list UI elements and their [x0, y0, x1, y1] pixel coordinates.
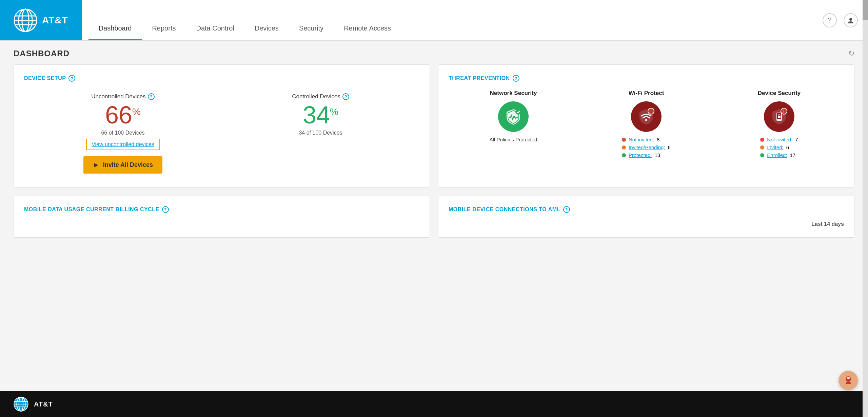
wifi-protect-icon: ! — [631, 101, 662, 132]
mobile-data-usage-card: MOBILE DATA USAGE CURRENT BILLING CYCLE … — [14, 196, 430, 238]
uncontrolled-help-icon[interactable]: ? — [148, 93, 155, 100]
network-security-title: Network Security — [490, 90, 537, 97]
footer: AT&T — [0, 391, 868, 417]
mobile-connections-card: MOBILE DEVICE CONNECTIONS TO AML ? Last … — [438, 196, 854, 238]
device-invited-link[interactable]: Invited: — [767, 144, 783, 150]
tab-data-control[interactable]: Data Control — [186, 0, 244, 40]
nav-tabs-container: Dashboard Reports Data Control Devices S… — [82, 0, 812, 40]
mobile-data-title: MOBILE DATA USAGE CURRENT BILLING CYCLE … — [24, 206, 419, 213]
device-not-invited-dot — [760, 138, 764, 142]
user-icon — [847, 17, 854, 24]
att-logo: AT&T — [14, 8, 68, 32]
wifi-not-invited-count: 8 — [657, 137, 659, 142]
wifi-protect-title: Wi-Fi Protect — [629, 90, 664, 97]
brand-area: AT&T — [0, 0, 82, 40]
wifi-protected-link[interactable]: Protected: — [629, 152, 652, 158]
device-security-svg: ! — [770, 107, 789, 126]
mobile-connections-title: MOBILE DEVICE CONNECTIONS TO AML ? — [449, 206, 844, 213]
network-security-svg — [504, 107, 523, 126]
wifi-pending-row: Invited/Pending: 6 — [622, 144, 671, 150]
device-security-title: Device Security — [758, 90, 801, 97]
tab-reports[interactable]: Reports — [142, 0, 186, 40]
controlled-help-icon[interactable]: ? — [342, 93, 349, 100]
uncontrolled-percent: 66% — [105, 103, 141, 127]
header: AT&T Dashboard Reports Data Control Devi… — [0, 0, 868, 41]
view-uncontrolled-link[interactable]: View uncontrolled devices — [86, 139, 160, 150]
device-setup-help-icon[interactable]: ? — [68, 75, 75, 82]
controlled-percent: 34% — [303, 103, 338, 127]
footer-att-logo-icon — [14, 397, 28, 412]
device-setup-content: Uncontrolled Devices ? 66% 66 of 100 Dev… — [24, 90, 419, 177]
device-invited-dot — [760, 145, 764, 150]
chat-bubble-button[interactable] — [839, 371, 858, 390]
uncontrolled-label: Uncontrolled Devices ? — [91, 93, 155, 100]
tab-devices[interactable]: Devices — [244, 0, 289, 40]
svg-point-10 — [515, 109, 521, 115]
svg-text:!: ! — [650, 109, 652, 114]
wifi-protect-stats: Not invited: 8 Invited/Pending: 6 Protec… — [622, 137, 671, 158]
refresh-button[interactable]: ↻ — [848, 49, 854, 58]
scrollbar-thumb[interactable] — [863, 0, 868, 20]
wifi-protect-col: Wi-Fi Protect ! — [581, 90, 711, 158]
device-enrolled-row: Enrolled: 17 — [760, 152, 795, 158]
svg-point-21 — [847, 377, 850, 379]
wifi-pending-dot — [622, 145, 626, 150]
svg-rect-17 — [778, 116, 781, 118]
network-security-status: All Policies Protected — [490, 137, 537, 142]
main-content: DEVICE SETUP ? Uncontrolled Devices ? 66… — [0, 64, 868, 251]
device-setup-title: DEVICE SETUP ? — [24, 75, 419, 82]
user-button[interactable] — [844, 13, 858, 27]
tab-security[interactable]: Security — [289, 0, 334, 40]
threat-prevention-title: THREAT PREVENTION ? — [449, 75, 844, 82]
wifi-not-invited-link[interactable]: Not invited: — [629, 137, 654, 142]
wifi-protect-svg: ! — [637, 107, 656, 126]
page-header: DASHBOARD ↻ — [0, 41, 868, 64]
wifi-protected-dot — [622, 153, 626, 157]
help-button[interactable]: ? — [823, 13, 837, 27]
device-invited-count: 6 — [786, 144, 789, 150]
tab-dashboard[interactable]: Dashboard — [88, 0, 142, 40]
device-invited-row: Invited: 6 — [760, 144, 789, 150]
controlled-count: 34 of 100 Devices — [299, 130, 342, 136]
threat-prevention-help-icon[interactable]: ? — [513, 75, 519, 82]
wifi-protected-count: 13 — [654, 152, 660, 158]
uncontrolled-count: 66 of 100 Devices — [101, 130, 144, 136]
wifi-protected-row: Protected: 13 — [622, 152, 660, 158]
mobile-connections-help-icon[interactable]: ? — [563, 206, 570, 213]
brand-name: AT&T — [42, 15, 68, 26]
invite-all-button[interactable]: ► Invite All Devices — [83, 156, 162, 174]
svg-point-16 — [779, 120, 780, 121]
invite-arrow-icon: ► — [93, 161, 100, 169]
device-not-invited-count: 7 — [795, 137, 798, 142]
att-logo-icon — [14, 8, 37, 32]
network-security-col: Network Security All Policies Prote — [449, 90, 578, 158]
mobile-connections-subtitle: Last 14 days — [449, 221, 844, 227]
threat-prevention-content: Network Security All Policies Prote — [449, 90, 844, 158]
device-not-invited-row: Not invited: 7 — [760, 137, 798, 142]
wifi-pending-link[interactable]: Invited/Pending: — [629, 144, 665, 150]
device-enrolled-dot — [760, 153, 764, 157]
wifi-not-invited-dot — [622, 138, 626, 142]
mobile-data-help-icon[interactable]: ? — [162, 206, 169, 213]
uncontrolled-devices-col: Uncontrolled Devices ? 66% 66 of 100 Dev… — [31, 93, 215, 174]
device-security-stats: Not invited: 7 Invited: 6 Enrolled: 17 — [760, 137, 798, 158]
device-not-invited-link[interactable]: Not invited: — [767, 137, 792, 142]
device-enrolled-link[interactable]: Enrolled: — [767, 152, 787, 158]
scrollbar-track — [863, 0, 868, 417]
controlled-label: Controlled Devices ? — [292, 93, 349, 100]
threat-prevention-card: THREAT PREVENTION ? Network Security — [438, 64, 854, 187]
device-security-icon: ! — [764, 101, 794, 132]
header-actions: ? — [812, 0, 868, 40]
nav-tabs: Dashboard Reports Data Control Devices S… — [88, 0, 401, 40]
device-setup-card: DEVICE SETUP ? Uncontrolled Devices ? 66… — [14, 64, 430, 187]
svg-point-9 — [849, 18, 852, 21]
svg-text:!: ! — [783, 109, 785, 114]
wifi-pending-count: 6 — [668, 144, 671, 150]
network-security-icon — [498, 101, 529, 132]
footer-brand-name: AT&T — [34, 400, 53, 408]
controlled-devices-col: Controlled Devices ? 34% 34 of 100 Devic… — [229, 93, 413, 136]
page-title: DASHBOARD — [14, 49, 70, 58]
tab-remote-access[interactable]: Remote Access — [334, 0, 401, 40]
chat-avatar-icon — [842, 374, 854, 386]
wifi-not-invited-row: Not invited: 8 — [622, 137, 659, 142]
